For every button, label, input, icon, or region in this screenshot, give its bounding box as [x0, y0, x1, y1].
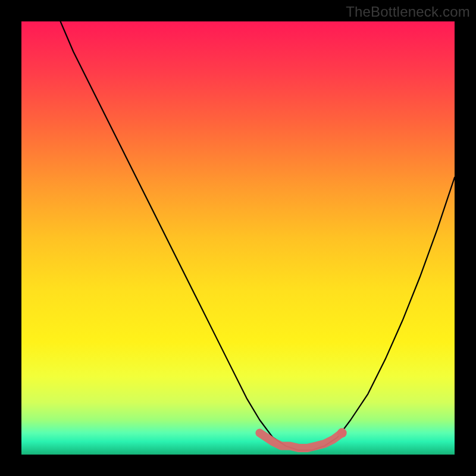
curve-svg [21, 21, 455, 455]
bottleneck-curve [61, 21, 455, 450]
highlight-marker [337, 428, 347, 438]
svg-point-0 [337, 428, 347, 438]
plot-area [21, 21, 455, 455]
chart-frame: TheBottleneck.com [0, 0, 476, 476]
highlight-band [259, 433, 342, 448]
watermark-text: TheBottleneck.com [346, 4, 470, 20]
